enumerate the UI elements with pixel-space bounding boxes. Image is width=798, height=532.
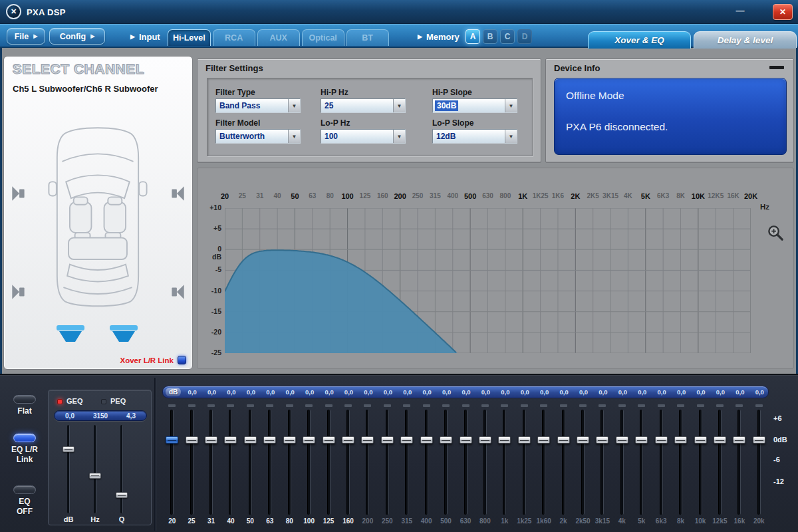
eq-band-track-25[interactable] [190,410,194,515]
eq-band-track-12k5[interactable] [718,410,722,515]
response-curve-plot[interactable] [225,208,751,353]
eq-band-handle-80[interactable] [283,436,296,444]
select-hi-p-hz[interactable]: 25▼ [321,98,406,113]
eq-band-handle-5k[interactable] [635,436,648,444]
eq-band-handle-160[interactable] [342,436,354,444]
eq-band-track-5k[interactable] [640,410,643,515]
tab-xover-eq[interactable]: Xover & EQ [588,31,691,49]
dropdown-arrow-icon[interactable]: ▼ [393,130,405,143]
eq-band-handle-250[interactable] [381,436,394,444]
eq-band-handle-500[interactable] [440,436,452,444]
input-tab-hi-level[interactable]: Hi-Level [168,29,211,46]
memory-d-button[interactable]: D [517,29,532,44]
eq-band-handle-1k25[interactable] [518,436,531,444]
eq-band-handle-400[interactable] [420,436,433,444]
eq-band-track-16k[interactable] [737,410,741,515]
memory-b-button[interactable]: B [483,29,497,44]
frequency-response-graph[interactable]: 2025314050638010012516020025031540050063… [197,168,794,369]
eq-band-track-800[interactable] [483,410,487,515]
eq-band-handle-31[interactable] [205,436,217,444]
eq-band-handle-630[interactable] [460,436,472,444]
eq-band-handle-8k[interactable] [674,436,687,444]
dropdown-arrow-icon[interactable]: ▼ [288,130,300,143]
speaker-icon[interactable] [11,283,27,301]
eq-band-handle-63[interactable] [263,436,276,444]
eq-band-handle-1k[interactable] [498,436,511,444]
dropdown-arrow-icon[interactable]: ▼ [393,99,405,112]
dropdown-arrow-icon[interactable]: ▼ [288,99,300,112]
eq-band-handle-2k50[interactable] [577,436,589,444]
eq-band-handle-16k[interactable] [733,436,745,444]
input-tab-bt[interactable]: BT [346,29,389,46]
eq-band-track-6k3[interactable] [660,410,663,515]
select-lo-p-hz[interactable]: 100▼ [321,129,406,144]
eq-band-track-50[interactable] [249,410,252,515]
eq-band-track-3k15[interactable] [600,410,604,515]
eq-band-handle-1k60[interactable] [537,436,550,444]
select-lo-p-slope[interactable]: 12dB▼ [432,129,517,144]
eq-band-handle-100[interactable] [303,436,315,444]
input-tab-aux[interactable]: AUX [257,29,300,46]
eq-band-track-400[interactable] [425,410,428,515]
eq-band-track-31[interactable] [209,410,213,515]
eq-band-handle-125[interactable] [323,436,335,444]
eq-band-track-125[interactable] [327,410,331,515]
eq-band-handle-12k5[interactable] [714,436,726,444]
eq-band-track-1k25[interactable] [523,410,526,515]
eq-band-handle-800[interactable] [479,436,491,444]
eq-band-track-200[interactable] [366,410,369,515]
eq-band-track-2k[interactable] [562,410,565,515]
eq-band-track-40[interactable] [229,410,232,515]
eq-band-handle-3k15[interactable] [596,436,608,444]
subwoofer-left-icon[interactable] [55,324,86,344]
xover-lr-link-button[interactable] [178,356,186,364]
eq-band-track-80[interactable] [288,410,291,515]
select-filter-type[interactable]: Band Pass▼ [215,98,301,113]
eq-band-track-20k[interactable] [757,410,761,515]
panel-collapse-icon[interactable] [769,66,784,69]
eq-band-handle-315[interactable] [400,436,413,444]
eq-band-track-500[interactable] [444,410,448,515]
subwoofer-right-icon[interactable] [108,324,140,344]
speaker-icon[interactable] [170,184,186,203]
memory-a-button[interactable]: A [466,29,480,44]
eq-band-track-10k[interactable] [699,410,702,515]
eq-band-handle-25[interactable] [186,436,198,444]
dropdown-arrow-icon[interactable]: ▼ [505,99,517,112]
eq-band-handle-200[interactable] [361,436,374,444]
eq-band-handle-4k[interactable] [616,436,628,444]
eq-band-handle-20[interactable] [166,436,178,444]
select-hi-p-slope[interactable]: 30dB▼ [432,98,517,113]
eq-band-track-315[interactable] [405,410,408,515]
titlebar[interactable]: ✕ PXA DSP — ✕ [0,0,798,24]
eq-band-handle-2k[interactable] [557,436,570,444]
select-filter-model[interactable]: Butterworth▼ [215,129,301,144]
eq-band-track-630[interactable] [464,410,467,515]
eq-band-track-4k[interactable] [620,410,624,515]
file-menu-button[interactable]: File ▶ [7,28,45,45]
eq-band-track-8k[interactable] [679,410,682,515]
eq-band-track-2k50[interactable] [581,410,585,515]
eq-band-handle-6k3[interactable] [655,436,668,444]
car-diagram[interactable] [41,118,155,315]
close-button[interactable]: ✕ [773,4,793,20]
eq-band-handle-10k[interactable] [694,436,707,444]
eq-band-track-20[interactable] [170,410,174,515]
eq-band-track-250[interactable] [386,410,389,515]
eq-band-handle-50[interactable] [244,436,257,444]
eq-band-handle-40[interactable] [224,436,237,444]
tab-delay-level[interactable]: Delay & level [694,31,797,49]
eq-band-track-160[interactable] [346,410,350,515]
input-tab-rca[interactable]: RCA [213,29,255,46]
config-menu-button[interactable]: Config ▶ [49,28,105,45]
eq-band-handle-20k[interactable] [753,436,765,444]
zoom-icon[interactable] [767,224,785,242]
memory-c-button[interactable]: C [500,29,515,44]
eq-band-track-1k[interactable] [503,410,506,515]
eq-band-track-63[interactable] [268,410,271,515]
speaker-icon[interactable] [170,283,186,301]
eq-band-track-100[interactable] [307,410,311,515]
input-tab-optical[interactable]: Optical [302,29,344,46]
minimize-button[interactable]: — [732,5,749,19]
eq-band-track-1k60[interactable] [542,410,545,515]
